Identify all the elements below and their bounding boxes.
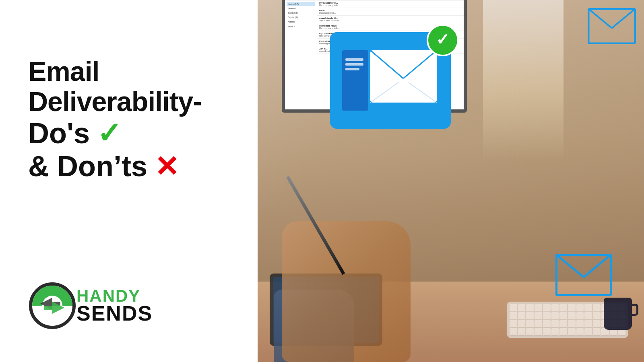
- key: [568, 304, 576, 311]
- sidebar-more[interactable]: More ✓: [287, 24, 315, 29]
- x-icon: ✕: [155, 152, 179, 181]
- headline: Email Deliverability- Do's ✓ & Don’ts ✕: [28, 56, 233, 183]
- headline-line1: Email Deliverability-: [28, 56, 233, 117]
- key: [535, 320, 542, 327]
- key: [543, 312, 551, 319]
- key: [593, 320, 601, 327]
- email-sidebar: Inbox (67) Starred Sent (68) Drafts (2) …: [285, 0, 317, 107]
- key: [510, 320, 517, 327]
- key: [535, 312, 542, 319]
- key: [568, 312, 576, 319]
- key: [576, 328, 584, 335]
- key: [593, 312, 601, 319]
- svg-rect-4: [345, 68, 359, 70]
- sidebar-inbox[interactable]: Inbox (67): [287, 2, 315, 6]
- key: [584, 320, 592, 327]
- coffee-mug: [604, 298, 632, 330]
- key: [526, 312, 534, 319]
- window-light: [483, 0, 564, 161]
- key: [510, 312, 517, 319]
- key: [526, 320, 534, 327]
- envelope-icon: [342, 42, 439, 119]
- sidebar-sent[interactable]: Sent (68): [287, 11, 315, 15]
- key: [584, 304, 592, 311]
- key: [543, 320, 551, 327]
- svg-line-15: [584, 255, 611, 277]
- headline-dos-text: Do's: [28, 117, 90, 150]
- logo-text-group: HANDY SENDS: [76, 288, 153, 324]
- small-envelope-br-svg: [555, 254, 612, 296]
- check-icon: ✓: [97, 119, 121, 148]
- key: [568, 328, 576, 335]
- email-item-3[interactable]: newsfriends @... Top 2 new bus:nes...: [317, 16, 464, 23]
- email-icon-big: ✓: [330, 32, 459, 137]
- key: [518, 312, 526, 319]
- logo-sends: SENDS: [76, 303, 153, 324]
- key: [551, 304, 559, 311]
- headline-line3: & Don’ts ✕: [28, 150, 233, 183]
- key: [510, 304, 517, 311]
- small-envelope-tr-svg: [588, 8, 636, 44]
- key: [510, 328, 517, 335]
- email-item-2[interactable]: email incompatib(e)...: [317, 8, 464, 16]
- checkmark: ✓: [436, 31, 450, 47]
- headline-line2: Do's ✓: [28, 117, 233, 150]
- email-item-1[interactable]: mycustomer@... Re: company info: [317, 0, 464, 8]
- small-envelope-top-right: [588, 8, 636, 46]
- svg-rect-3: [345, 63, 363, 66]
- key: [559, 328, 567, 335]
- key: [526, 304, 534, 311]
- key: [535, 304, 542, 311]
- key: [526, 328, 534, 335]
- svg-line-11: [588, 9, 612, 28]
- svg-rect-2: [345, 58, 363, 61]
- mug-handle: [630, 304, 638, 316]
- key: [551, 328, 559, 335]
- headline-donts-text: & Don’ts: [28, 150, 147, 183]
- green-check-circle: ✓: [427, 24, 459, 56]
- key: [518, 304, 526, 311]
- key: [559, 312, 567, 319]
- key: [576, 312, 584, 319]
- key: [568, 320, 576, 327]
- svg-line-14: [556, 255, 584, 277]
- key: [559, 304, 567, 311]
- key: [551, 320, 559, 327]
- sidebar-admin[interactable]: Admin: [287, 20, 315, 24]
- logo-svg: [28, 282, 76, 330]
- key: [593, 304, 601, 311]
- key: [543, 328, 551, 335]
- key: [576, 304, 584, 311]
- key: [543, 304, 551, 311]
- email-icon-background: ✓: [330, 32, 451, 129]
- svg-line-12: [612, 9, 635, 28]
- small-envelope-bottom-right: [555, 254, 612, 298]
- key: [518, 320, 526, 327]
- left-panel: Email Deliverability- Do's ✓ & Don’ts ✕: [0, 0, 258, 362]
- hand-arm: [282, 221, 411, 362]
- key: [559, 320, 567, 327]
- key: [518, 328, 526, 335]
- key: [584, 328, 592, 335]
- right-panel: All ▾ Filter ▾ Compose Inbox (67) Starre…: [258, 0, 644, 362]
- key: [584, 312, 592, 319]
- key: [593, 328, 601, 335]
- logo-container: HANDY SENDS: [28, 282, 233, 330]
- key: [535, 328, 542, 335]
- sidebar-starred[interactable]: Starred: [287, 6, 315, 10]
- logo-icon: [28, 282, 76, 330]
- key: [551, 312, 559, 319]
- key: [576, 320, 584, 327]
- sidebar-drafts[interactable]: Drafts (2): [287, 15, 315, 19]
